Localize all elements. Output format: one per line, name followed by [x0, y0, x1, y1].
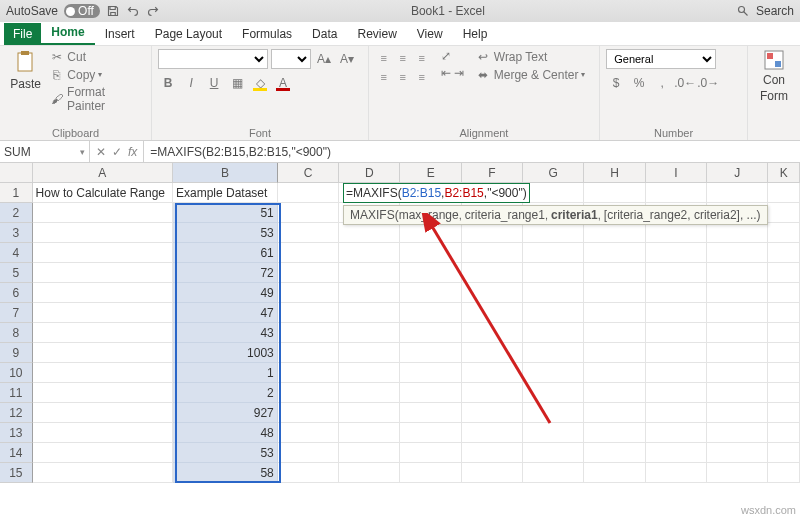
tab-help[interactable]: Help: [453, 23, 498, 45]
cell[interactable]: [462, 263, 523, 283]
cell[interactable]: 1: [173, 363, 278, 383]
col-header[interactable]: K: [768, 163, 800, 183]
decrease-decimal-button[interactable]: .0→: [698, 73, 718, 93]
cell[interactable]: [707, 263, 768, 283]
tab-insert[interactable]: Insert: [95, 23, 145, 45]
cell[interactable]: [707, 383, 768, 403]
row-header[interactable]: 7: [0, 303, 33, 323]
cut-button[interactable]: ✂Cut: [49, 49, 145, 64]
cell[interactable]: [768, 443, 800, 463]
indent-increase-icon[interactable]: ⇥: [454, 66, 464, 80]
cell[interactable]: [33, 423, 173, 443]
cell[interactable]: [339, 343, 400, 363]
tab-page-layout[interactable]: Page Layout: [145, 23, 232, 45]
cell[interactable]: [646, 283, 707, 303]
cell[interactable]: [462, 383, 523, 403]
cell[interactable]: [768, 203, 800, 223]
cell[interactable]: [707, 283, 768, 303]
cell[interactable]: 53: [173, 223, 278, 243]
cell[interactable]: 48: [173, 423, 278, 443]
cell[interactable]: [523, 423, 584, 443]
cell[interactable]: [584, 263, 645, 283]
row-header[interactable]: 14: [0, 443, 33, 463]
cell[interactable]: [339, 463, 400, 483]
cell[interactable]: [646, 423, 707, 443]
cell[interactable]: [646, 343, 707, 363]
increase-decimal-button[interactable]: .0←: [675, 73, 695, 93]
cell[interactable]: [768, 423, 800, 443]
redo-icon[interactable]: [146, 4, 160, 18]
orientation-icon[interactable]: ⤢: [441, 49, 451, 63]
cell[interactable]: [400, 363, 461, 383]
cell[interactable]: [707, 403, 768, 423]
cell[interactable]: [339, 363, 400, 383]
cell[interactable]: [33, 243, 173, 263]
cell[interactable]: [646, 223, 707, 243]
cell[interactable]: [462, 403, 523, 423]
cell[interactable]: [339, 423, 400, 443]
col-header[interactable]: A: [33, 163, 173, 183]
cell[interactable]: [278, 263, 339, 283]
cell[interactable]: [400, 423, 461, 443]
cell[interactable]: [278, 423, 339, 443]
wrap-text-button[interactable]: ↩Wrap Text: [476, 49, 586, 64]
save-icon[interactable]: [106, 4, 120, 18]
col-header[interactable]: J: [707, 163, 768, 183]
cell[interactable]: [646, 263, 707, 283]
cell[interactable]: [768, 283, 800, 303]
cell[interactable]: [523, 263, 584, 283]
number-format-select[interactable]: General: [606, 49, 716, 69]
cell[interactable]: [339, 283, 400, 303]
cell[interactable]: [768, 303, 800, 323]
row-header[interactable]: 8: [0, 323, 33, 343]
cell[interactable]: 43: [173, 323, 278, 343]
bold-button[interactable]: B: [158, 73, 178, 93]
cell[interactable]: [584, 403, 645, 423]
italic-button[interactable]: I: [181, 73, 201, 93]
cell[interactable]: 53: [173, 443, 278, 463]
row-header[interactable]: 12: [0, 403, 33, 423]
cell[interactable]: [339, 443, 400, 463]
row-header[interactable]: 11: [0, 383, 33, 403]
cell[interactable]: [33, 303, 173, 323]
fx-icon[interactable]: fx: [128, 145, 137, 159]
cell[interactable]: [400, 283, 461, 303]
cell[interactable]: [339, 303, 400, 323]
cell[interactable]: [707, 223, 768, 243]
cell[interactable]: [462, 363, 523, 383]
cell[interactable]: [33, 263, 173, 283]
cell[interactable]: [584, 183, 645, 203]
cell[interactable]: [339, 323, 400, 343]
cell[interactable]: 49: [173, 283, 278, 303]
cell[interactable]: [33, 203, 173, 223]
tab-data[interactable]: Data: [302, 23, 347, 45]
cell[interactable]: [33, 383, 173, 403]
tab-home[interactable]: Home: [41, 21, 94, 45]
cell[interactable]: [768, 403, 800, 423]
cell[interactable]: 1003: [173, 343, 278, 363]
cell[interactable]: [462, 303, 523, 323]
underline-button[interactable]: U: [204, 73, 224, 93]
spreadsheet-grid[interactable]: A B C D E F G H I J K 1How to Calculate …: [0, 163, 800, 483]
search-label[interactable]: Search: [756, 4, 794, 18]
cell[interactable]: [278, 283, 339, 303]
formula-input[interactable]: =MAXIFS(B2:B15,B2:B15,"<900"): [144, 141, 800, 162]
cell[interactable]: [768, 243, 800, 263]
cell[interactable]: [339, 263, 400, 283]
cell[interactable]: [462, 243, 523, 263]
row-header[interactable]: 9: [0, 343, 33, 363]
col-header[interactable]: C: [278, 163, 339, 183]
cell[interactable]: [278, 203, 339, 223]
autosave-toggle[interactable]: Off: [64, 4, 100, 18]
tab-view[interactable]: View: [407, 23, 453, 45]
cell[interactable]: [707, 183, 768, 203]
cell[interactable]: [278, 443, 339, 463]
cell[interactable]: [584, 243, 645, 263]
tab-file[interactable]: File: [4, 23, 41, 45]
cell[interactable]: [278, 243, 339, 263]
tab-review[interactable]: Review: [347, 23, 406, 45]
row-header[interactable]: 13: [0, 423, 33, 443]
cell[interactable]: [584, 303, 645, 323]
cell[interactable]: [768, 463, 800, 483]
cell[interactable]: [523, 303, 584, 323]
